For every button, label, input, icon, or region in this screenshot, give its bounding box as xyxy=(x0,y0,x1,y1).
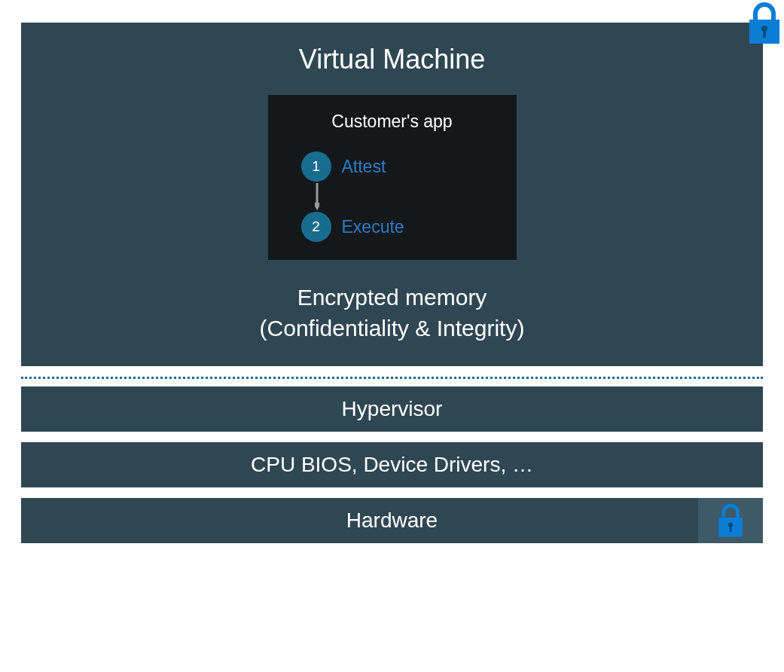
arrow-down-icon xyxy=(315,183,499,210)
layer-hypervisor: Hypervisor xyxy=(21,386,763,432)
layer-bios: CPU BIOS, Device Drivers, … xyxy=(21,442,763,487)
step-execute: 2 Execute xyxy=(301,212,499,242)
hypervisor-label: Hypervisor xyxy=(342,397,443,420)
step-label-attest: Attest xyxy=(342,157,386,177)
vm-title: Virtual Machine xyxy=(36,44,748,75)
customer-app-box: Customer's app 1 Attest 2 Execute xyxy=(268,95,517,260)
encrypted-line2: (Confidentiality & Integrity) xyxy=(260,316,525,341)
svg-rect-8 xyxy=(729,526,731,532)
lock-icon xyxy=(712,503,749,538)
hardware-lock-badge xyxy=(698,498,763,543)
layer-hardware: Hardware xyxy=(21,498,763,543)
vm-container: Virtual Machine Customer's app 1 Attest … xyxy=(21,23,763,366)
step-number-2: 2 xyxy=(301,212,331,242)
dotted-divider xyxy=(21,377,763,379)
bios-label: CPU BIOS, Device Drivers, … xyxy=(251,453,533,476)
hardware-label: Hardware xyxy=(346,509,438,532)
encrypted-memory-label: Encrypted memory (Confidentiality & Inte… xyxy=(36,283,748,344)
step-attest: 1 Attest xyxy=(301,151,499,182)
svg-rect-2 xyxy=(763,30,766,38)
step-label-execute: Execute xyxy=(342,217,404,237)
encrypted-line1: Encrypted memory xyxy=(297,285,487,310)
step-number-1: 1 xyxy=(301,151,331,182)
lock-icon xyxy=(742,2,784,48)
customer-app-title: Customer's app xyxy=(286,111,499,132)
